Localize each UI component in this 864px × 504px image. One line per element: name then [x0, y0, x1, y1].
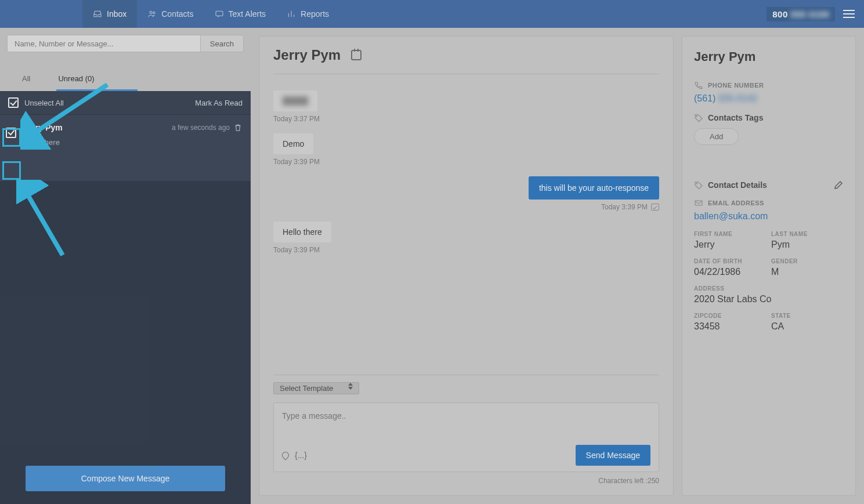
nav-reports[interactable]: Reports — [276, 0, 339, 28]
inbox-icon — [93, 9, 102, 19]
last-name-value: Pym — [771, 240, 844, 250]
char-counter: Characters left :250 — [273, 477, 659, 485]
sidebar: Search All Unread (0) Unselect All Mark … — [0, 28, 251, 504]
alerts-icon — [215, 9, 224, 19]
svg-rect-2 — [216, 11, 223, 16]
contact-details-label: Contact Details — [708, 180, 767, 190]
svg-point-6 — [696, 183, 697, 184]
message-list: ██ ██ Today 3:37 PM Demo Today 3:39 PM t… — [273, 79, 659, 375]
message-time: Today 3:39 PM — [273, 246, 320, 254]
zip-label: ZIPCODE — [694, 313, 767, 319]
message-time: Today 3:39 PM — [273, 158, 320, 166]
contacts-icon — [147, 9, 157, 19]
delivered-icon — [651, 204, 659, 211]
reports-icon — [287, 9, 296, 19]
tag-icon — [694, 113, 703, 122]
nav-items: Inbox Contacts Text Alerts Reports — [82, 0, 339, 28]
add-tag-button[interactable]: Add — [694, 128, 739, 145]
tags-label: Contacts Tags — [708, 113, 763, 122]
unselect-all-label[interactable]: Unselect All — [24, 99, 64, 107]
select-bar: Unselect All Mark As Read — [0, 91, 251, 114]
message-bubble: Demo — [273, 133, 313, 154]
trash-icon[interactable] — [233, 123, 243, 132]
phone-label-row: PHONE NUMBER — [694, 81, 844, 90]
email-link[interactable]: ballen@suka.com — [694, 211, 844, 222]
template-select[interactable]: Select Template — [273, 382, 359, 394]
send-button[interactable]: Send Message — [576, 445, 650, 466]
gender-label: GENDER — [771, 258, 844, 264]
message-input-wrap: {...} Send Message — [273, 403, 659, 472]
phone-rest: 555 0199 — [788, 9, 829, 19]
merge-tags-icon[interactable]: {...} — [295, 451, 307, 460]
last-name-label: LAST NAME — [771, 231, 844, 237]
location-icon[interactable] — [281, 451, 291, 461]
svg-rect-7 — [695, 201, 702, 205]
email-label: EMAIL ADDRESS — [708, 200, 764, 206]
mail-icon — [694, 198, 703, 208]
nav-right: 800 555 0199 — [767, 6, 857, 22]
annotation-arrow-2 — [16, 180, 74, 261]
filter-tabs: All Unread (0) — [0, 59, 251, 91]
thread-item[interactable]: Jerry Pym a few seconds ago Hello there — [0, 114, 251, 181]
nav-alerts-label: Text Alerts — [229, 9, 266, 19]
filter-all[interactable]: All — [0, 66, 44, 91]
composer: Select Template {...} Send Message Chara… — [273, 375, 659, 485]
phone-icon — [694, 81, 703, 90]
nav-inbox-label: Inbox — [107, 9, 126, 19]
nav-reports-label: Reports — [301, 9, 329, 19]
svg-line-4 — [24, 189, 63, 255]
phone-prefix: 800 — [772, 9, 788, 19]
contact-details-panel: Jerry Pym PHONE NUMBER (561) 555-0142 Co… — [682, 36, 856, 496]
select-all-checkbox[interactable] — [8, 97, 19, 108]
gender-value: M — [771, 267, 844, 277]
edit-icon[interactable] — [833, 180, 844, 190]
nav-alerts[interactable]: Text Alerts — [204, 0, 277, 28]
email-label-row: EMAIL ADDRESS — [694, 198, 844, 208]
first-name-label: FIRST NAME — [694, 231, 767, 237]
message-bubble: Hello there — [273, 222, 331, 242]
message-input[interactable] — [282, 411, 650, 438]
thread-time: a few seconds ago — [172, 123, 243, 132]
tags-row: Contacts Tags — [694, 113, 844, 122]
nav-contacts[interactable]: Contacts — [137, 0, 204, 28]
top-nav: Inbox Contacts Text Alerts Reports 800 5… — [0, 0, 864, 28]
details-name: Jerry Pym — [694, 49, 844, 64]
thread-time-text: a few seconds ago — [172, 124, 230, 132]
dob-label: DATE OF BIRTH — [694, 258, 767, 264]
state-value: CA — [771, 321, 844, 332]
svg-point-5 — [696, 116, 697, 117]
search-input[interactable] — [7, 35, 201, 52]
compose-button[interactable]: Compose New Message — [26, 466, 225, 491]
menu-icon[interactable] — [841, 6, 857, 22]
address-value: 2020 Star Labs Co — [694, 294, 844, 304]
tag-icon — [694, 180, 703, 190]
filter-underline — [56, 89, 138, 91]
message-time: Today 3:37 PM — [273, 115, 320, 123]
filter-unread[interactable]: Unread (0) — [44, 66, 108, 91]
account-phone[interactable]: 800 555 0199 — [767, 7, 835, 21]
phone-label: PHONE NUMBER — [708, 82, 764, 89]
contact-details-row: Contact Details — [694, 180, 844, 190]
dob-value: 04/22/1986 — [694, 267, 767, 277]
thread-name: Jerry Pym — [23, 123, 63, 132]
phone-link[interactable]: (561) 555-0142 — [694, 93, 844, 104]
message-bubble-out: this will be your auto-response — [529, 176, 659, 200]
nav-contacts-label: Contacts — [161, 9, 193, 19]
calendar-icon[interactable] — [351, 50, 361, 60]
zip-value: 33458 — [694, 321, 767, 332]
search-button[interactable]: Search — [201, 35, 244, 52]
template-label: Select Template — [280, 384, 333, 393]
message-bubble: ██ ██ — [273, 90, 317, 111]
state-label: STATE — [771, 313, 844, 319]
nav-inbox[interactable]: Inbox — [82, 0, 137, 28]
address-label: ADDRESS — [694, 285, 844, 292]
svg-point-0 — [150, 11, 152, 13]
thread-snippet: Hello there — [23, 138, 243, 147]
mark-as-read[interactable]: Mark As Read — [195, 99, 243, 107]
message-time: Today 3:39 PM — [601, 203, 659, 211]
chevron-updown-icon — [348, 387, 353, 390]
thread-checkbox[interactable] — [6, 128, 16, 138]
first-name-value: Jerry — [694, 240, 767, 250]
conversation-panel: Jerry Pym ██ ██ Today 3:37 PM Demo Today… — [251, 28, 682, 504]
conversation-title: Jerry Pym — [273, 47, 341, 63]
